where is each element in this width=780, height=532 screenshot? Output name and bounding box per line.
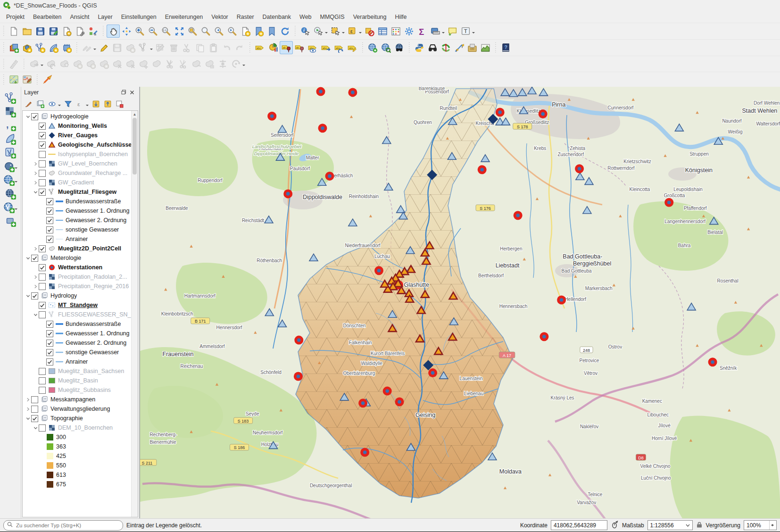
layer-tree-row[interactable]: Precipitation_Radolan_2... (23, 272, 138, 282)
zoom-full-button[interactable] (173, 25, 186, 38)
layer-item-label[interactable]: DEM_10_Boernchen (58, 424, 113, 431)
layer-visibility-checkbox[interactable] (39, 274, 46, 281)
layer-visibility-checkbox[interactable] (39, 283, 46, 290)
layer-item-label[interactable]: Geologische_Aufschlüsse (58, 141, 132, 148)
layer-visibility-checkbox[interactable] (39, 179, 46, 186)
deselect-all-button[interactable] (363, 25, 376, 38)
menu-erweiterungen[interactable]: Erweiterungen (161, 12, 207, 22)
new-shapefile-layer-button[interactable] (33, 41, 47, 54)
open-attribute-table-button[interactable] (376, 25, 389, 38)
layer-visibility-checkbox[interactable] (39, 368, 46, 375)
layout-manager-button[interactable] (60, 25, 73, 38)
text-annotation-button[interactable]: T (459, 25, 472, 38)
layer-item-label[interactable]: River_Gauges (58, 132, 98, 139)
map-canvas[interactable]: PossendorfBärenklauseRundteilQuohrenKrei… (140, 87, 780, 518)
move-label-button[interactable]: abc (319, 41, 332, 54)
layer-visibility-checkbox[interactable] (46, 340, 53, 347)
layer-item-label[interactable]: Precipitation_Regnie_2016 (58, 283, 129, 290)
layer-tree-row[interactable]: 425 (23, 451, 138, 461)
data-source-manager-button[interactable] (7, 41, 20, 54)
layer-visibility-checkbox[interactable] (39, 387, 46, 394)
lock-scale-icon[interactable] (696, 521, 703, 530)
layer-tree-row[interactable]: 675 (23, 480, 138, 489)
run-feature-action-button[interactable] (312, 25, 325, 38)
zoom-next-button[interactable] (225, 25, 239, 38)
layer-tree-row[interactable]: Hydrogeologie (23, 112, 138, 121)
add-delimited-text-layer-button[interactable]: , (5, 120, 16, 131)
menu-bearbeiten[interactable]: Bearbeiten (29, 12, 66, 22)
zoom-last-button[interactable] (212, 25, 225, 38)
layer-item-label[interactable]: Messkampagnen (50, 396, 95, 403)
rotate-label-button[interactable]: abc (332, 41, 346, 54)
layer-visibility-checkbox[interactable] (46, 321, 53, 328)
select-by-expression-button[interactable]: ε (346, 25, 359, 38)
scrollbar-thumb[interactable] (133, 118, 137, 175)
open-project-button[interactable] (20, 25, 33, 38)
layer-diagram-options-button[interactable] (266, 41, 280, 54)
layer-visibility-checkbox[interactable] (31, 292, 38, 299)
toolbar-grip[interactable] (3, 75, 5, 85)
zoom-to-layer-button[interactable] (199, 25, 212, 38)
new-temporary-scratch-layer-button[interactable] (47, 41, 60, 54)
pan-to-selection-button[interactable] (120, 25, 133, 38)
layer-item-label[interactable]: Gewaesser 2. Ordnung (66, 340, 126, 346)
layer-item-label[interactable]: Monitoring_Wells (58, 123, 107, 129)
add-geopackage-layer-button[interactable] (5, 133, 16, 145)
filter-legend-button[interactable] (62, 99, 74, 110)
panel-close-button[interactable] (128, 88, 136, 97)
zoom-to-selection-button[interactable] (186, 25, 199, 38)
layer-tree-row[interactable]: Mueglitz_Basin (23, 376, 138, 385)
menu-raster[interactable]: Raster (232, 12, 258, 22)
layer-visibility-checkbox[interactable] (31, 255, 38, 262)
layer-tree-row[interactable]: Anrainer (23, 234, 138, 244)
new-virtual-layer-button[interactable] (60, 41, 73, 54)
highlight-pinned-labels-button[interactable]: ab (293, 41, 306, 54)
profile-tool-button[interactable] (479, 41, 492, 54)
geoprocessing-plugin-button[interactable] (439, 41, 452, 54)
menu-layer[interactable]: Layer (93, 12, 116, 22)
layer-item-label[interactable]: Mueglitz2D_Point2Cell (58, 245, 121, 252)
layer-tree-row[interactable]: Mueglitz_Subbasins (23, 385, 138, 395)
scale-combobox[interactable]: 1:128556 (647, 520, 693, 530)
layer-visibility-checkbox[interactable] (39, 123, 46, 130)
layer-tree-row[interactable]: Isohypsenplan_Boernchen (23, 150, 138, 159)
layer-tree-row[interactable]: sonstige Gewaesser (23, 225, 138, 234)
toolbar-grip[interactable] (408, 42, 411, 53)
expand-arrow-icon[interactable] (25, 406, 31, 412)
change-label-button[interactable]: abc (346, 41, 359, 54)
move-feature-dropdown-caret[interactable] (41, 65, 43, 67)
add-virtual-layer-button[interactable] (5, 216, 16, 227)
layer-tree-row[interactable]: Groundwater_Recharge ... (23, 168, 138, 178)
new-geopackage-layer-button[interactable] (20, 41, 33, 54)
refresh-map-button[interactable] (278, 25, 291, 38)
toolbar-grip[interactable] (23, 59, 25, 69)
show-bookmarks-button[interactable] (265, 25, 278, 38)
layer-item-label[interactable]: MT_Standgew (58, 302, 98, 308)
layer-tree-row[interactable]: GW_Gradient (23, 178, 138, 187)
layer-tree-row[interactable]: Anrainer (23, 357, 138, 366)
search-plugins-button[interactable] (426, 41, 439, 54)
add-raster-layer-button[interactable] (5, 106, 16, 117)
menu-ansicht[interactable]: Ansicht (66, 12, 93, 22)
layer-item-label[interactable]: Gewaessser 1. Ordnung (66, 330, 130, 337)
layer-item-label[interactable]: Mueglitz_Basin_Sachsen (58, 368, 124, 374)
collapse-all-button[interactable] (102, 99, 113, 110)
collapse-arrow-icon[interactable] (25, 113, 31, 120)
layer-tree-row[interactable]: 613 (23, 470, 138, 480)
menu-web[interactable]: Web (295, 12, 315, 22)
layer-visibility-checkbox[interactable] (39, 424, 46, 432)
style-manager-button[interactable]: a (86, 25, 100, 38)
layer-visibility-checkbox[interactable] (39, 141, 46, 149)
layer-tree-row[interactable]: Verwaltungsgliederung (23, 404, 138, 414)
expand-arrow-icon[interactable] (32, 179, 39, 186)
layer-item-label[interactable]: 363 (56, 443, 66, 450)
collapse-arrow-icon[interactable] (25, 255, 31, 261)
layer-visibility-checkbox[interactable] (39, 170, 46, 177)
layer-tree-row[interactable]: sonstige Gewaesser (23, 348, 138, 357)
arrow-measure-plugin-button[interactable] (41, 73, 54, 86)
new-spatial-bookmark-button[interactable] (252, 25, 265, 38)
toolbar-grip[interactable] (76, 42, 78, 53)
layer-tree-row[interactable]: Geologische_Aufschlüsse (23, 140, 138, 150)
toolbar-grip[interactable] (3, 42, 5, 53)
scrollbar-up-arrow[interactable]: ▲ (132, 111, 138, 117)
